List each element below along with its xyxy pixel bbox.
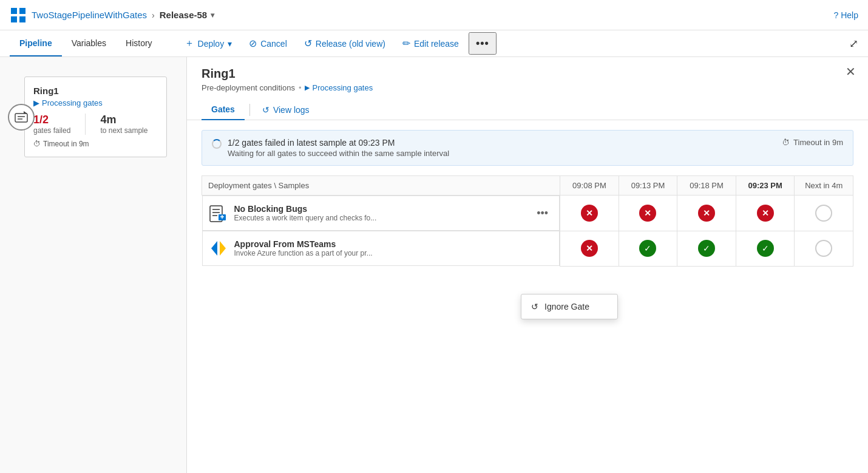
- gate-row-no-blocking-bugs: No Blocking Bugs Executes a work item qu…: [202, 196, 853, 231]
- next-sample-metric: 4m to next sample: [100, 114, 147, 135]
- col-header-next: Next in 4m: [795, 176, 853, 196]
- stage-card: Ring1 ▶ Processing gates 1/2 gates faile…: [24, 77, 167, 157]
- status-title: 1/2 gates failed in latest sample at 09:…: [228, 138, 449, 148]
- play-icon: ▶: [305, 84, 310, 92]
- timeout-clock-icon: ⏱: [782, 138, 790, 147]
- context-menu: ↺ Ignore Gate: [521, 294, 618, 319]
- nav-bar: Pipeline Variables History ＋ Deploy ▾ ⊘ …: [0, 30, 868, 57]
- more-options-button[interactable]: •••: [469, 32, 497, 55]
- col-header-0918: 09:18 PM: [677, 176, 736, 196]
- stage-name: Ring1: [33, 86, 158, 96]
- gates-table: Deployment gates \ Samples 09:08 PM 09:1…: [202, 175, 853, 267]
- left-panel: Ring1 ▶ Processing gates 1/2 gates faile…: [0, 57, 187, 473]
- right-panel: ✕ Ring1 Pre-deployment conditions • ▶ Pr…: [187, 57, 868, 473]
- approval-msteams-info: Approval From MSTeams Invoke Azure funct…: [234, 239, 373, 257]
- deploy-button[interactable]: ＋ Deploy ▾: [177, 33, 240, 53]
- fail-icon: ✕: [639, 205, 656, 222]
- processing-gates-link[interactable]: ▶ Processing gates: [305, 83, 373, 92]
- no-blocking-bugs-info: No Blocking Bugs Executes a work item qu…: [234, 204, 377, 222]
- no-blocking-bugs-icon: [209, 203, 228, 223]
- main-layout: Ring1 ▶ Processing gates 1/2 gates faile…: [0, 57, 868, 473]
- expand-button[interactable]: ⤢: [849, 37, 858, 50]
- stage-metrics: 1/2 gates failed 4m to next sample: [33, 114, 158, 135]
- tab-pipeline[interactable]: Pipeline: [10, 30, 62, 56]
- approval-msteams-icon: [209, 239, 228, 258]
- svg-rect-0: [11, 8, 17, 14]
- gate-status-2-0908: ✕: [560, 231, 619, 266]
- deploy-icon: ＋: [185, 37, 194, 50]
- fail-icon: ✕: [757, 205, 774, 222]
- project-name[interactable]: TwoStagePipelineWithGates: [32, 10, 147, 20]
- status-subtitle: Waiting for all gates to succeed within …: [228, 149, 449, 158]
- col-header-name: Deployment gates \ Samples: [202, 176, 560, 196]
- col-header-0923: 09:23 PM: [736, 176, 795, 196]
- stage-status[interactable]: ▶ Processing gates: [33, 98, 158, 107]
- svg-marker-15: [220, 241, 226, 256]
- view-logs-link[interactable]: ↺ View logs: [255, 100, 317, 120]
- svg-rect-2: [11, 16, 17, 22]
- tab-variables[interactable]: Variables: [62, 30, 116, 56]
- svg-rect-3: [19, 16, 25, 22]
- refresh-icon: ↺: [304, 38, 312, 49]
- cancel-icon: ⊘: [249, 38, 257, 49]
- stage-deploy-icon: [15, 111, 28, 124]
- gates-failed-metric: 1/2 gates failed: [33, 114, 70, 135]
- empty-icon: [815, 240, 832, 257]
- status-left: 1/2 gates failed in latest sample at 09:…: [212, 138, 449, 158]
- breadcrumb-sep: ›: [152, 10, 155, 20]
- release-name[interactable]: Release-58 ▾: [160, 10, 214, 20]
- nav-actions: ＋ Deploy ▾ ⊘ Cancel ↺ Release (old view)…: [177, 32, 497, 55]
- timeout-info: ⏱ Timeout in 9m: [782, 138, 843, 147]
- cancel-button[interactable]: ⊘ Cancel: [242, 34, 294, 53]
- close-button[interactable]: ✕: [846, 66, 856, 78]
- processing-icon: ▶: [33, 98, 39, 107]
- edit-release-button[interactable]: ✏ Edit release: [395, 34, 466, 53]
- gate-status-1-0923: ✕: [736, 196, 795, 231]
- gate-status-1-0918: ✕: [677, 196, 736, 231]
- view-logs-icon: ↺: [262, 105, 270, 115]
- edit-icon: ✏: [402, 38, 410, 49]
- success-icon: ✓: [639, 240, 656, 257]
- ignore-gate-icon: ↺: [531, 302, 538, 311]
- top-bar: TwoStagePipelineWithGates › Release-58 ▾…: [0, 0, 868, 30]
- help-circle-icon: ?: [833, 10, 838, 20]
- panel-breadcrumb: Pre-deployment conditions • ▶ Processing…: [202, 83, 853, 92]
- stage-icon-circle: [8, 104, 35, 131]
- nav-tabs: Pipeline Variables History: [10, 30, 162, 56]
- success-icon: ✓: [757, 240, 774, 257]
- status-spinner: [212, 139, 222, 151]
- gates-section: Deployment gates \ Samples 09:08 PM 09:1…: [187, 175, 868, 267]
- tab-history[interactable]: History: [116, 30, 162, 56]
- gate-name-cell-2: Approval From MSTeams Invoke Azure funct…: [202, 231, 560, 266]
- gate-status-2-next: [795, 231, 853, 266]
- deploy-chevron-icon: ▾: [228, 39, 232, 49]
- fail-icon: ✕: [698, 205, 715, 222]
- panel-tabs: Gates ↺ View logs: [187, 92, 868, 120]
- gate-status-2-0913: ✓: [619, 231, 677, 266]
- breadcrumb: TwoStagePipelineWithGates › Release-58 ▾: [32, 10, 214, 20]
- bc-bullet: •: [299, 83, 302, 92]
- help-button[interactable]: ? Help: [833, 10, 858, 20]
- col-header-0913: 09:13 PM: [619, 176, 677, 196]
- panel-header: Ring1 Pre-deployment conditions • ▶ Proc…: [187, 57, 868, 92]
- metric-divider: [85, 114, 86, 135]
- gate-row-approval-msteams: Approval From MSTeams Invoke Azure funct…: [202, 231, 853, 266]
- fail-icon: ✕: [581, 205, 598, 222]
- fail-icon: ✕: [581, 240, 598, 257]
- app-logo: [10, 7, 27, 24]
- release-old-view-button[interactable]: ↺ Release (old view): [297, 34, 393, 53]
- panel-title: Ring1: [202, 67, 853, 81]
- stage-section: Ring1 ▶ Processing gates 1/2 gates faile…: [0, 57, 186, 177]
- gate-status-1-next: [795, 196, 853, 231]
- stage-timeout: ⏱ Timeout in 9m: [33, 140, 158, 148]
- ignore-gate-menu-item[interactable]: ↺ Ignore Gate: [521, 297, 617, 316]
- svg-rect-4: [15, 114, 27, 122]
- gate-status-2-0918: ✓: [677, 231, 736, 266]
- svg-marker-14: [211, 241, 217, 256]
- status-banner: 1/2 gates failed in latest sample at 09:…: [202, 130, 853, 166]
- gate-status-1-0908: ✕: [560, 196, 619, 231]
- gate-name-cell-1: No Blocking Bugs Executes a work item qu…: [202, 196, 560, 231]
- tab-gates[interactable]: Gates: [202, 100, 245, 120]
- release-chevron-icon: ▾: [211, 11, 214, 19]
- gate-menu-button-1[interactable]: •••: [532, 205, 553, 222]
